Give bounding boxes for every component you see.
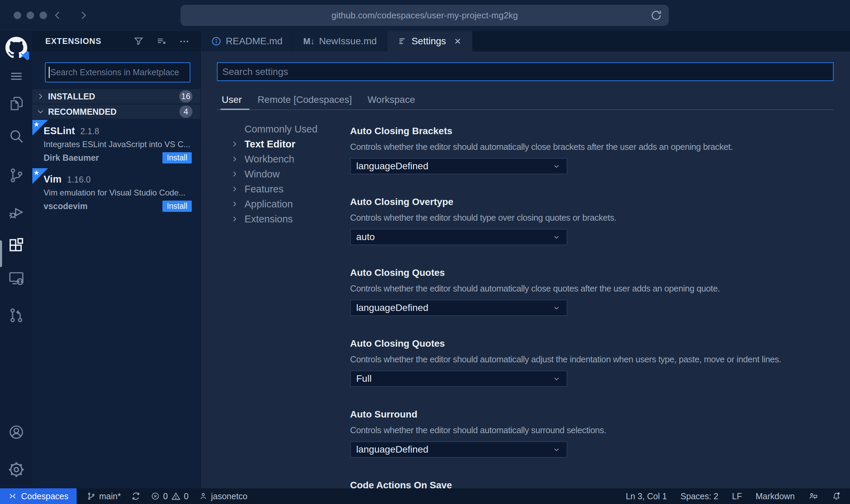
scope-tab-user[interactable]: User bbox=[222, 94, 242, 105]
extension-item-vim[interactable]: ★ Vim 1.16.0 Vim emulation for Visual St… bbox=[32, 168, 201, 217]
remote-indicator-icon bbox=[8, 492, 17, 501]
tab-settings[interactable]: Settings bbox=[387, 31, 472, 51]
feedback-icon[interactable] bbox=[808, 491, 818, 501]
sidebar-title: EXTENSIONS bbox=[45, 36, 133, 46]
extension-version: 1.16.0 bbox=[67, 175, 91, 185]
menu-icon[interactable] bbox=[0, 68, 32, 84]
toc-item-window[interactable]: Window bbox=[230, 167, 317, 182]
install-button[interactable]: Install bbox=[162, 201, 192, 212]
extension-item-eslint[interactable]: ★ ESLint 2.1.8 Integrates ESLint JavaScr… bbox=[32, 120, 201, 168]
setting-title: Auto Closing Overtype bbox=[350, 196, 840, 208]
settings-search-input[interactable] bbox=[218, 63, 833, 80]
toc-item-features[interactable]: Features bbox=[230, 182, 317, 196]
filter-icon[interactable] bbox=[133, 36, 144, 47]
address-bar[interactable]: github.com/codespaces/user-my-project-mg… bbox=[180, 5, 669, 26]
setting-code-actions-on-save: Code Actions On Save bbox=[350, 479, 840, 488]
setting-title: Auto Closing Quotes bbox=[350, 338, 840, 349]
chevron-right-icon bbox=[230, 200, 239, 208]
extensions-icon[interactable] bbox=[0, 237, 32, 254]
chevron-right-icon bbox=[230, 215, 239, 223]
refresh-icon[interactable] bbox=[650, 9, 663, 22]
extension-description: Integrates ESLint JavaScript into VS C..… bbox=[44, 140, 192, 149]
settings-list: Auto Closing Brackets Controls whether t… bbox=[350, 125, 840, 488]
cursor-position[interactable]: Ln 3, Col 1 bbox=[626, 491, 667, 501]
setting-value-dropdown[interactable]: auto bbox=[350, 229, 567, 245]
pull-requests-icon[interactable] bbox=[0, 307, 32, 324]
toc-item-application[interactable]: Application bbox=[230, 196, 317, 211]
eol-sequence[interactable]: LF bbox=[732, 491, 742, 501]
more-actions-icon[interactable] bbox=[179, 36, 190, 47]
scope-tab-remote[interactable]: Remote [Codespaces] bbox=[257, 94, 352, 105]
extensions-sidebar: EXTENSIONS INSTALLED 16 RECOMMENDED 4 ★ … bbox=[32, 31, 201, 488]
source-control-icon[interactable] bbox=[0, 167, 32, 184]
scope-divider bbox=[217, 109, 834, 110]
setting-value-dropdown[interactable]: languageDefined bbox=[350, 300, 567, 316]
clear-list-icon[interactable] bbox=[156, 36, 167, 47]
settings-editor: User Remote [Codespaces] Workspace Commo… bbox=[201, 51, 850, 488]
toc-label: Workbench bbox=[245, 154, 294, 165]
sync-status[interactable] bbox=[131, 491, 141, 501]
error-count: 0 bbox=[163, 491, 168, 501]
github-codespaces-logo bbox=[0, 37, 32, 59]
markdown-icon: M↓ bbox=[303, 36, 314, 46]
dropdown-value: auto bbox=[356, 232, 375, 242]
tab-label: README.md bbox=[226, 36, 282, 47]
dropdown-value: Full bbox=[356, 373, 372, 384]
setting-value-dropdown[interactable]: languageDefined bbox=[350, 441, 567, 458]
window-close-button[interactable] bbox=[14, 12, 21, 19]
extension-name: ESLint bbox=[44, 125, 75, 137]
search-icon[interactable] bbox=[0, 128, 32, 144]
toc-item-commonly-used[interactable]: Commonly Used bbox=[230, 122, 317, 137]
chevron-down-icon bbox=[552, 232, 561, 242]
toc-item-text-editor[interactable]: Text Editor bbox=[230, 137, 317, 152]
explorer-icon[interactable] bbox=[0, 95, 32, 112]
extensions-search-input[interactable] bbox=[46, 63, 190, 82]
problems-status[interactable]: 0 0 bbox=[151, 491, 189, 501]
editor-area: README.md M↓ NewIssue.md Settings User R… bbox=[201, 31, 850, 488]
account-icon[interactable] bbox=[0, 424, 32, 440]
browser-chrome: github.com/codespaces/user-my-project-mg… bbox=[0, 0, 850, 31]
warning-count: 0 bbox=[184, 491, 189, 501]
star-icon: ★ bbox=[33, 120, 40, 128]
language-mode[interactable]: Markdown bbox=[756, 491, 795, 501]
branch-status[interactable]: main* bbox=[87, 491, 121, 501]
settings-gear-icon[interactable] bbox=[0, 461, 32, 478]
close-icon[interactable] bbox=[453, 37, 462, 46]
extension-description: Vim emulation for Visual Studio Code... bbox=[44, 188, 192, 198]
setting-description: Controls whether the editor should autom… bbox=[350, 141, 840, 153]
tab-readme[interactable]: README.md bbox=[201, 31, 293, 51]
setting-auto-surround: Auto Surround Controls whether the edito… bbox=[350, 409, 840, 458]
scope-tab-workspace[interactable]: Workspace bbox=[367, 94, 415, 105]
remote-explorer-icon[interactable] bbox=[0, 270, 32, 286]
indentation[interactable]: Spaces: 2 bbox=[680, 491, 718, 501]
section-installed[interactable]: INSTALLED 16 bbox=[32, 89, 201, 104]
setting-auto-closing-overtype: Auto Closing Overtype Controls whether t… bbox=[350, 196, 840, 245]
active-view-indicator bbox=[0, 240, 2, 267]
chevron-down-icon bbox=[552, 161, 561, 171]
codespaces-remote-button[interactable]: Codespaces bbox=[0, 488, 77, 504]
toc-item-workbench[interactable]: Workbench bbox=[230, 152, 317, 167]
setting-value-dropdown[interactable]: languageDefined bbox=[350, 158, 567, 174]
branch-label: main* bbox=[99, 491, 121, 501]
window-maximize-button[interactable] bbox=[40, 12, 47, 19]
back-icon[interactable] bbox=[52, 9, 63, 22]
notifications-bell-icon[interactable] bbox=[832, 491, 841, 501]
settings-search-box bbox=[217, 62, 834, 81]
run-debug-icon[interactable] bbox=[0, 204, 32, 220]
install-button[interactable]: Install bbox=[162, 152, 192, 163]
toc-item-extensions[interactable]: Extensions bbox=[230, 211, 317, 226]
settings-list-icon bbox=[397, 36, 407, 46]
star-icon: ★ bbox=[33, 169, 40, 177]
tab-label: Settings bbox=[411, 36, 446, 47]
chevron-down-icon bbox=[36, 107, 45, 116]
forward-icon[interactable] bbox=[78, 9, 89, 22]
recommended-ribbon: ★ bbox=[32, 168, 48, 184]
setting-auto-closing-quotes-2: Auto Closing Quotes Controls whether the… bbox=[350, 338, 840, 387]
setting-value-dropdown[interactable]: Full bbox=[350, 371, 567, 387]
window-minimize-button[interactable] bbox=[27, 12, 34, 19]
user-status[interactable]: jasonetco bbox=[199, 491, 248, 501]
toc-label: Text Editor bbox=[245, 139, 295, 150]
setting-description: Controls whether the editor should autom… bbox=[350, 353, 840, 365]
tab-newissue[interactable]: M↓ NewIssue.md bbox=[293, 31, 387, 51]
section-recommended[interactable]: RECOMMENDED 4 bbox=[32, 105, 201, 119]
